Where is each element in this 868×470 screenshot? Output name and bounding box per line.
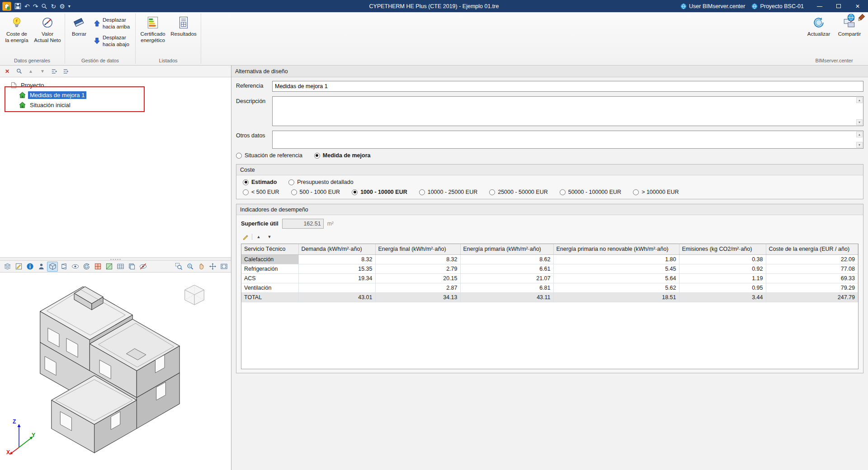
cell[interactable]: 8.32 <box>298 254 375 264</box>
fit-screen-icon[interactable] <box>218 262 229 272</box>
save-icon[interactable] <box>14 3 21 9</box>
app-icon[interactable] <box>2 2 11 11</box>
cell[interactable]: 43.01 <box>298 292 375 302</box>
cell[interactable]: 18.51 <box>553 292 679 302</box>
resultados-button[interactable]: Resultados <box>169 13 198 48</box>
radio-range-2[interactable]: 1000 - 10000 EUR <box>352 189 407 195</box>
hide-elements-icon[interactable] <box>137 262 148 272</box>
cell[interactable]: 6.81 <box>460 283 553 292</box>
cell[interactable]: 22.09 <box>766 254 858 264</box>
undo-icon[interactable]: ↶ <box>24 3 30 9</box>
cell[interactable]: 19.34 <box>298 273 375 283</box>
cell[interactable]: 1.19 <box>679 273 766 283</box>
cell[interactable]: TOTAL <box>241 292 298 302</box>
cell[interactable]: 79.29 <box>766 283 858 292</box>
desplazar-abajo-button[interactable]: Desplazar hacia abajo <box>92 33 133 49</box>
cell[interactable]: 69.33 <box>766 273 858 283</box>
descripcion-input[interactable] <box>273 97 863 126</box>
info-icon[interactable] <box>24 262 35 272</box>
cell[interactable]: 2.79 <box>375 264 460 273</box>
scroll-down-icon[interactable]: ▼ <box>856 119 863 125</box>
tree-item-medidas-de-mejora[interactable]: Medidas de mejora 1 <box>0 90 231 100</box>
certificado-energetico-button[interactable]: Certificado energético <box>138 13 168 48</box>
tree-item-situacion-inicial[interactable]: Situación inicial <box>0 100 231 110</box>
customize-brush-icon[interactable] <box>858 14 865 21</box>
thermal-results-icon[interactable] <box>92 262 103 272</box>
move-item-down-icon[interactable]: ▼ <box>38 67 47 76</box>
radio-medida-mejora[interactable]: Medida de mejora <box>314 152 371 159</box>
maximize-button[interactable] <box>829 0 848 12</box>
layer-stack-icon[interactable] <box>126 262 137 272</box>
cell[interactable]: 6.61 <box>460 264 553 273</box>
zoom-window-icon[interactable] <box>173 262 184 272</box>
cell[interactable]: Calefacción <box>241 254 298 264</box>
bimserver-user[interactable]: User BIMserver.center <box>680 3 745 9</box>
expand-tree-icon[interactable] <box>49 67 59 76</box>
radio-range-1[interactable]: 500 - 1000 EUR <box>291 189 340 195</box>
desplazar-arriba-button[interactable]: Desplazar hacia arriba <box>92 15 133 32</box>
cell[interactable]: 8.62 <box>460 254 553 264</box>
cell[interactable]: 34.13 <box>375 292 460 302</box>
cell[interactable]: ACS <box>241 273 298 283</box>
move-item-up-icon[interactable]: ▲ <box>26 67 36 76</box>
pan-hand-icon[interactable] <box>196 262 207 272</box>
coste-energia-button[interactable]: Coste de la energía <box>2 13 32 48</box>
otros-datos-input[interactable] <box>273 131 863 148</box>
configuration-icon[interactable]: ⚙ <box>59 3 65 9</box>
scroll-up-icon[interactable]: ▲ <box>856 97 863 103</box>
cell[interactable]: 3.44 <box>679 292 766 302</box>
cell[interactable]: 0.95 <box>679 283 766 292</box>
tables-grid-icon[interactable] <box>115 262 126 272</box>
bimserver-project[interactable]: Proyecto BSC-01 <box>751 3 804 9</box>
cell[interactable]: 5.62 <box>553 283 679 292</box>
radio-estimado[interactable]: Estimado <box>243 179 277 185</box>
radio-presupuesto-detallado[interactable]: Presupuesto detallado <box>288 179 353 185</box>
close-button[interactable]: ✕ <box>848 0 867 12</box>
cell[interactable]: 1.80 <box>553 254 679 264</box>
orthographic-view-icon[interactable] <box>47 262 58 272</box>
cell[interactable]: 77.08 <box>766 264 858 273</box>
layers-icon[interactable] <box>2 262 13 272</box>
edit-plan-icon[interactable] <box>13 262 24 272</box>
toolbar-menu-caret-icon[interactable]: ▾ <box>68 4 71 9</box>
radio-situacion-referencia[interactable]: Situación de referencia <box>236 152 302 159</box>
collapse-tree-icon[interactable] <box>61 67 71 76</box>
cell[interactable]: Refrigeración <box>241 264 298 273</box>
tree-item-proyecto[interactable]: Proyecto <box>0 80 231 90</box>
radio-range-6[interactable]: > 100000 EUR <box>633 189 679 195</box>
cell[interactable]: 20.15 <box>375 273 460 283</box>
actualizar-button[interactable]: Actualizar <box>804 13 834 46</box>
zoom-out-icon[interactable] <box>184 262 195 272</box>
radio-range-5[interactable]: 50000 - 100000 EUR <box>560 189 621 195</box>
delete-alternative-icon[interactable]: ✕ <box>2 67 12 76</box>
radio-range-4[interactable]: 25000 - 50000 EUR <box>489 189 548 195</box>
view-cube[interactable] <box>181 282 208 309</box>
cell[interactable]: 15.35 <box>298 264 375 273</box>
cell[interactable]: 0.92 <box>679 264 766 273</box>
valor-actual-neto-button[interactable]: Valor Actual Neto <box>33 13 62 48</box>
search-icon[interactable] <box>14 67 24 76</box>
orbit-rotate-icon[interactable] <box>81 262 92 272</box>
referencia-input[interactable] <box>272 81 863 92</box>
person-view-icon[interactable] <box>36 262 47 272</box>
cell[interactable]: 5.64 <box>553 273 679 283</box>
borrar-button[interactable]: Borrar <box>67 13 91 48</box>
scroll-up-icon[interactable]: ▲ <box>856 132 863 137</box>
visibility-eye-icon[interactable] <box>70 262 80 272</box>
center-view-icon[interactable] <box>207 262 218 272</box>
row-down-icon[interactable]: ▼ <box>265 233 274 241</box>
perspective-view-icon[interactable] <box>58 262 69 272</box>
radio-range-3[interactable]: 10000 - 25000 EUR <box>419 189 478 195</box>
cell[interactable]: 247.79 <box>766 292 858 302</box>
update-icon[interactable]: ↻ <box>51 3 56 9</box>
radio-range-0[interactable]: < 500 EUR <box>243 189 279 195</box>
row-up-icon[interactable]: ▲ <box>254 233 263 241</box>
cell[interactable]: 21.07 <box>460 273 553 283</box>
cell[interactable]: 8.32 <box>375 254 460 264</box>
cell[interactable]: Ventilación <box>241 283 298 292</box>
shadows-icon[interactable] <box>104 262 114 272</box>
zoom-icon[interactable] <box>41 3 47 9</box>
redo-icon[interactable]: ↷ <box>33 3 38 9</box>
cell[interactable]: 0.38 <box>679 254 766 264</box>
cell[interactable]: 2.87 <box>375 283 460 292</box>
